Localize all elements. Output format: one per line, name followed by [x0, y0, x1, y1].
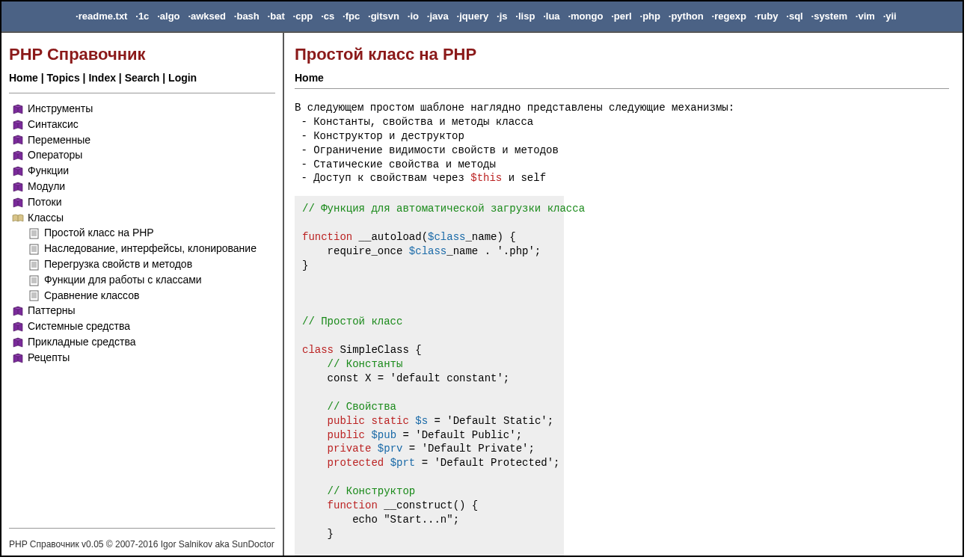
tree-category[interactable]: Потоки [9, 194, 275, 210]
tree-label: Прикладные средства [28, 336, 135, 348]
tree-page[interactable]: Функции для работы с классами [9, 272, 275, 288]
tree-page[interactable]: Наследование, интерфейсы, клонирование [9, 241, 275, 256]
topnav-link[interactable]: 1c [138, 10, 149, 22]
divider [295, 88, 949, 89]
open-book-icon [12, 212, 24, 224]
sidebar-nav-link[interactable]: Topics [47, 72, 80, 84]
topnav-link[interactable]: php [642, 10, 660, 22]
topnav-link[interactable]: js [500, 10, 508, 22]
tree-label: Функции [28, 164, 69, 176]
topnav-link[interactable]: lisp [518, 10, 535, 22]
tree-label: Функции для работы с классами [44, 274, 202, 286]
tree-label: Перегрузка свойств и методов [44, 258, 192, 270]
home-link[interactable]: Home [295, 72, 324, 84]
sidebar-nav-link[interactable]: Home [9, 72, 38, 84]
topnav-link[interactable]: awksed [191, 10, 226, 22]
sidebar-nav-link[interactable]: Search [125, 72, 160, 84]
tree-category[interactable]: Синтаксис [9, 117, 275, 132]
topnav-link[interactable]: io [410, 10, 419, 22]
topnav-link[interactable]: ruby [757, 10, 778, 22]
tree-label: Синтаксис [28, 118, 79, 130]
topnav-link[interactable]: vim [858, 10, 874, 22]
book-icon [12, 321, 24, 333]
tree-category-open[interactable]: Классы [9, 210, 275, 226]
sidebar: PHP Справочник Home | Topics | Index | S… [1, 33, 284, 556]
divider [9, 528, 275, 529]
topnav-link[interactable]: fpc [346, 10, 360, 22]
page-title: Простой класс на PHP [295, 45, 949, 64]
book-icon [12, 135, 24, 146]
sidebar-title: PHP Справочник [9, 45, 275, 64]
topnav-link[interactable]: perl [614, 10, 632, 22]
topnav-link[interactable]: system [814, 10, 847, 22]
sidebar-tree: ИнструментыСинтаксисПеременныеОператорыФ… [9, 101, 275, 523]
top-nav: ·readme.txt ·1c ·algo ·awksed ·bash ·bat… [1, 1, 963, 33]
tree-label: Рецепты [28, 351, 70, 363]
book-icon [12, 353, 24, 364]
main-content[interactable]: Простой класс на PHP Home В следующем пр… [284, 33, 963, 556]
tree-label: Сравнение классов [44, 289, 139, 301]
topnav-link[interactable]: java [429, 10, 448, 22]
tree-page[interactable]: Перегрузка свойств и методов [9, 256, 275, 272]
tree-label: Переменные [28, 134, 90, 146]
page-icon [28, 259, 40, 271]
topnav-link[interactable]: algo [160, 10, 180, 22]
code-block: // Функция для автоматической загрузки к… [295, 196, 564, 556]
tree-label: Наследование, интерфейсы, клонирование [44, 242, 257, 254]
tree-category[interactable]: Системные средства [9, 319, 275, 334]
book-icon [12, 166, 24, 177]
book-icon [12, 104, 24, 115]
sidebar-footer: PHP Справочник v0.05 © 2007-2016 Igor Sa… [9, 536, 275, 550]
page-icon [28, 290, 40, 301]
tree-label: Потоки [28, 196, 62, 208]
tree-label: Инструменты [28, 102, 93, 114]
topnav-link[interactable]: readme.txt [79, 10, 128, 22]
intro-text: В следующем простом шаблоне наглядно пре… [295, 101, 949, 185]
app-frame: ·readme.txt ·1c ·algo ·awksed ·bash ·bat… [0, 0, 964, 557]
topnav-link[interactable]: yii [885, 10, 896, 22]
tree-category[interactable]: Рецепты [9, 350, 275, 366]
sidebar-nav: Home | Topics | Index | Search | Login [9, 72, 275, 84]
topnav-link[interactable]: mongo [571, 10, 603, 22]
topnav-link[interactable]: lua [546, 10, 560, 22]
topnav-link[interactable]: bash [236, 10, 259, 22]
tree-category[interactable]: Функции [9, 163, 275, 179]
page-icon [28, 244, 40, 255]
tree-category[interactable]: Прикладные средства [9, 334, 275, 350]
topnav-link[interactable]: cpp [295, 10, 313, 22]
topnav-link[interactable]: cs [324, 10, 334, 22]
tree-page[interactable]: Простой класс на PHP [9, 225, 275, 241]
tree-label: Операторы [28, 149, 82, 161]
topnav-link[interactable]: python [671, 10, 703, 22]
sidebar-nav-link[interactable]: Login [168, 72, 197, 84]
tree-label: Простой класс на PHP [44, 227, 154, 239]
tree-category[interactable]: Переменные [9, 132, 275, 148]
book-icon [12, 197, 24, 209]
topnav-link[interactable]: sql [789, 10, 803, 22]
tree-label: Паттерны [28, 304, 76, 316]
topnav-link[interactable]: gitsvn [371, 10, 399, 22]
book-icon [12, 120, 24, 131]
tree-label: Системные средства [28, 320, 130, 332]
page-icon [28, 275, 40, 286]
book-icon [12, 150, 24, 161]
tree-category[interactable]: Операторы [9, 147, 275, 163]
tree-category[interactable]: Инструменты [9, 101, 275, 117]
content-row: PHP Справочник Home | Topics | Index | S… [1, 33, 963, 556]
book-icon [12, 306, 24, 317]
tree-label: Классы [28, 212, 64, 224]
topnav-link[interactable]: regexp [714, 10, 746, 22]
tree-category[interactable]: Модули [9, 179, 275, 194]
tree-category[interactable]: Паттерны [9, 303, 275, 319]
book-icon [12, 182, 24, 193]
divider [9, 93, 275, 93]
book-icon [12, 337, 24, 348]
topnav-link[interactable]: bat [270, 10, 285, 22]
page-icon [28, 228, 40, 239]
topnav-link[interactable]: jquery [459, 10, 488, 22]
sidebar-nav-link[interactable]: Index [88, 72, 116, 84]
tree-label: Модули [28, 180, 65, 192]
tree-page[interactable]: Сравнение классов [9, 288, 275, 304]
